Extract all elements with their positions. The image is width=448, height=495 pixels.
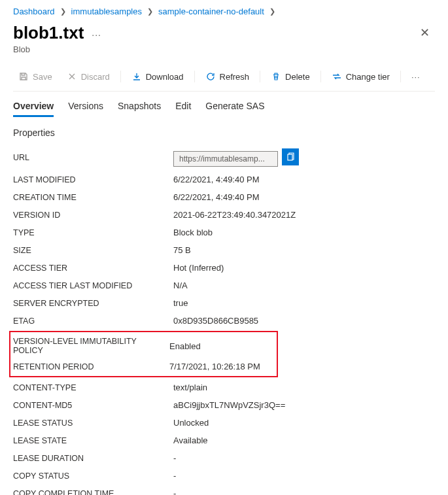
svg-rect-0 [288,154,292,160]
overflow-button[interactable]: ··· [406,69,426,84]
breadcrumb-item-dashboard[interactable]: Dashboard [13,7,55,16]
property-row-access-tier-last-modified: ACCESS TIER LAST MODIFIEDN/A [13,277,435,294]
discard-icon [67,71,77,82]
property-row-copy-completion-time: COPY COMPLETION TIME- [13,485,435,495]
property-value: https://immutablesamp... [173,148,299,167]
more-icon[interactable]: ··· [92,29,101,40]
separator [194,71,195,82]
separator [260,71,260,82]
chevron-right-icon: ❯ [147,7,153,16]
properties-heading: Properties [13,128,435,138]
download-button[interactable]: Download [126,69,189,84]
save-icon [18,71,29,82]
property-row-creation-time: CREATION TIME6/22/2021, 4:49:40 PM [13,188,435,206]
property-row-last-modified: LAST MODIFIED6/22/2021, 4:49:40 PM [13,171,435,188]
breadcrumb-item-storage-account[interactable]: immutablesamples [71,7,142,16]
separator [120,71,121,82]
change-tier-button[interactable]: Change tier [326,69,395,84]
blade-header: blob1.txt ··· ✕ [13,20,435,44]
property-row-version-id: VERSION ID2021-06-22T23:49:40.3472021Z [13,206,435,224]
delete-icon [271,71,281,82]
separator [320,71,321,82]
change-tier-icon [332,71,342,82]
tab-versions[interactable]: Versions [68,101,103,117]
property-row-content-md5: CONTENT-MD5aBCi9jjbxTL7NWpVZSjr3Q== [13,396,435,414]
tab-bar: Overview Versions Snapshots Edit Generat… [13,92,435,117]
breadcrumb-item-container[interactable]: sample-container-no-default [158,7,264,16]
separator [400,71,401,82]
property-row-content-type: CONTENT-TYPEtext/plain [13,379,435,396]
tab-edit[interactable]: Edit [175,101,191,117]
close-button[interactable]: ✕ [415,23,435,43]
download-icon [131,71,142,82]
delete-button[interactable]: Delete [266,69,315,84]
property-row-url: URL https://immutablesamp... [13,145,435,171]
breadcrumb: Dashboard ❯ immutablesamples ❯ sample-co… [13,0,435,20]
property-row-lease-duration: LEASE DURATION- [13,449,435,467]
chevron-right-icon: ❯ [60,7,66,16]
save-button: Save [13,69,58,84]
chevron-right-icon: ❯ [269,7,275,16]
discard-button: Discard [61,69,115,84]
property-row-server-encrypted: SERVER ENCRYPTEDtrue [13,294,435,312]
tab-overview[interactable]: Overview [13,101,54,117]
tab-generate-sas[interactable]: Generate SAS [205,101,264,117]
refresh-icon [205,71,216,82]
url-field[interactable]: https://immutablesamp... [173,151,278,167]
immutability-highlight: VERSION-LEVEL IMMUTABILITY POLICYEnabled… [9,331,278,377]
property-row-lease-status: LEASE STATUSUnlocked [13,414,435,432]
page-title: blob1.txt [13,23,84,43]
property-row-type: TYPEBlock blob [13,224,435,241]
tab-snapshots[interactable]: Snapshots [118,101,161,117]
property-row-access-tier: ACCESS TIERHot (Inferred) [13,259,435,277]
property-row-retention-period: RETENTION PERIOD7/17/2021, 10:26:18 PM [13,358,274,375]
resource-type-label: Blob [13,44,435,54]
copy-button[interactable] [282,148,299,165]
command-bar: Save Discard Download Refresh Delete Cha… [13,65,435,92]
copy-icon [286,152,295,162]
property-label: URL [13,153,173,162]
properties-list: URL https://immutablesamp... LAST MODIFI… [13,145,435,495]
property-row-immutability-policy: VERSION-LEVEL IMMUTABILITY POLICYEnabled [13,333,274,358]
property-row-copy-status: COPY STATUS- [13,467,435,485]
refresh-button[interactable]: Refresh [200,69,255,84]
property-row-lease-state: LEASE STATEAvailable [13,432,435,449]
property-row-size: SIZE75 B [13,241,435,259]
property-row-etag: ETAG0x8D935D866CB9585 [13,312,435,330]
